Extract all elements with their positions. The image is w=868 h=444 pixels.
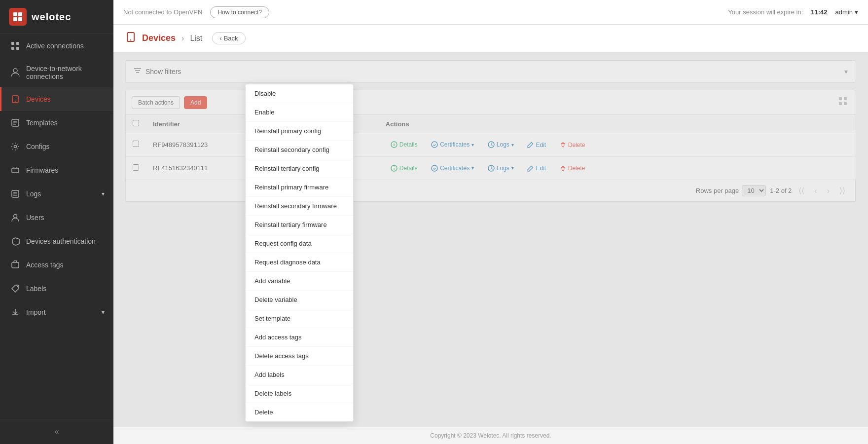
logs-button[interactable]: Logs ▾ <box>483 139 519 150</box>
details-button[interactable]: Details <box>386 139 423 150</box>
svg-point-8 <box>13 69 17 73</box>
access-tags-icon <box>10 260 20 270</box>
sidebar-item-access-tags[interactable]: Access tags <box>0 253 113 277</box>
sidebar-item-label: Import <box>26 308 46 316</box>
svg-rect-6 <box>11 47 14 50</box>
filters-chevron-icon: ▾ <box>844 68 848 75</box>
certificates-button[interactable]: Certificates ▾ <box>426 163 479 174</box>
svg-rect-1 <box>18 12 22 16</box>
sidebar-item-logs[interactable]: Logs ▾ <box>0 182 113 206</box>
row-checkbox-cell <box>126 156 146 180</box>
add-button[interactable]: Add <box>184 96 207 109</box>
logs-button[interactable]: Logs ▾ <box>483 163 519 174</box>
firmwares-icon <box>10 165 20 175</box>
username: admin <box>835 8 853 16</box>
delete-button[interactable]: Delete <box>555 163 590 174</box>
breadcrumb-list: List <box>190 34 202 43</box>
svg-point-41 <box>432 165 437 171</box>
logs-icon <box>10 189 20 199</box>
svg-point-10 <box>15 101 16 102</box>
rows-per-page-select[interactable]: 10 25 50 <box>742 185 766 196</box>
svg-point-23 <box>17 286 18 287</box>
first-page-button[interactable]: ⟨⟨ <box>796 185 807 196</box>
back-button[interactable]: ‹ Back <box>212 32 245 44</box>
dropdown-item-request-diagnose-data[interactable]: Request diagnose data <box>246 253 353 272</box>
devices-header-icon <box>125 32 136 45</box>
dropdown-item-delete[interactable]: Delete <box>246 403 353 421</box>
sidebar-item-firmwares[interactable]: Firmwares <box>0 158 113 182</box>
pagination: Rows per page 10 25 50 1-2 of 2 ⟨⟨ ‹ › ⟩… <box>126 180 856 202</box>
svg-point-21 <box>14 215 17 218</box>
session-label: Your session will expire in: <box>728 8 803 16</box>
edit-button[interactable]: Edit <box>522 140 551 150</box>
batch-actions-dropdown: Disable Enable Reinstall primary config … <box>245 84 354 422</box>
last-page-button[interactable]: ⟩⟩ <box>836 185 848 196</box>
dropdown-item-add-labels[interactable]: Add labels <box>246 366 353 384</box>
sidebar-item-templates[interactable]: Templates <box>0 111 113 135</box>
configs-icon <box>10 142 20 151</box>
dropdown-item-enable[interactable]: Enable <box>246 103 353 122</box>
dropdown-item-reinstall-primary-config[interactable]: Reinstall primary config <box>246 122 353 141</box>
dropdown-item-set-template[interactable]: Set template <box>246 309 353 328</box>
prev-page-button[interactable]: ‹ <box>811 185 820 196</box>
sidebar-item-active-connections[interactable]: Active connections <box>0 34 113 58</box>
filters-bar[interactable]: Show filters ▾ <box>125 60 856 83</box>
import-icon <box>10 307 20 317</box>
devices-icon <box>10 94 20 104</box>
collapse-icon: « <box>55 427 59 436</box>
delete-button[interactable]: Delete <box>555 140 590 150</box>
grid-view-icon[interactable] <box>836 94 850 111</box>
row-select-checkbox[interactable] <box>133 141 139 147</box>
dropdown-item-add-variable[interactable]: Add variable <box>246 272 353 291</box>
sidebar-item-device-to-network[interactable]: Device-to-network connections <box>0 58 113 87</box>
page-header: Devices › List ‹ Back <box>113 25 868 52</box>
sidebar-logo: welotec <box>0 0 113 34</box>
svg-rect-22 <box>12 262 19 268</box>
svg-point-35 <box>394 143 395 144</box>
sidebar-item-labels[interactable]: Labels <box>0 277 113 300</box>
sidebar-item-label: Labels <box>26 285 46 293</box>
filter-icon <box>134 67 142 76</box>
batch-actions-button[interactable]: Batch actions <box>132 96 180 109</box>
certificates-button[interactable]: Certificates ▾ <box>426 139 479 150</box>
sidebar-item-users[interactable]: Users <box>0 206 113 229</box>
dropdown-item-reinstall-secondary-config[interactable]: Reinstall secondary config <box>246 141 353 159</box>
dropdown-item-delete-labels[interactable]: Delete labels <box>246 384 353 403</box>
filters-label: Show filters <box>145 68 840 75</box>
sidebar-item-label: Active connections <box>26 42 84 50</box>
edit-button[interactable]: Edit <box>522 163 551 174</box>
dropdown-item-reinstall-tertiary-config[interactable]: Reinstall tertiary config <box>246 159 353 178</box>
content-area: Show filters ▾ Batch actions Add Identif <box>113 52 868 427</box>
dropdown-item-request-config-data[interactable]: Request config data <box>246 234 353 253</box>
sidebar-item-label: Configs <box>26 143 49 150</box>
dropdown-item-add-access-tags[interactable]: Add access tags <box>246 328 353 347</box>
session-timer: 11:42 <box>811 8 827 16</box>
svg-rect-2 <box>13 17 17 21</box>
next-page-button[interactable]: › <box>824 185 832 196</box>
col-actions: Actions <box>379 115 856 133</box>
sidebar-item-label: Logs <box>26 190 41 198</box>
logs-chevron-icon: ▾ <box>102 190 105 197</box>
dropdown-item-delete-variable[interactable]: Delete variable <box>246 291 353 309</box>
user-chevron-icon: ▾ <box>855 8 858 16</box>
dropdown-item-delete-access-tags[interactable]: Delete access tags <box>246 347 353 366</box>
sidebar-item-label: Devices authentication <box>26 237 96 245</box>
devices-auth-icon <box>10 236 20 246</box>
logo-text: welotec <box>32 11 71 23</box>
details-button[interactable]: Details <box>386 163 423 174</box>
sidebar-item-devices-authentication[interactable]: Devices authentication <box>0 229 113 253</box>
dropdown-item-reinstall-primary-firmware[interactable]: Reinstall primary firmware <box>246 178 353 197</box>
sidebar-item-import[interactable]: Import ▾ <box>0 300 113 324</box>
sidebar-collapse-btn[interactable]: « <box>0 419 113 444</box>
dropdown-item-disable[interactable]: Disable <box>246 84 353 103</box>
row-checkbox-cell <box>126 133 146 157</box>
sidebar-item-devices[interactable]: Devices <box>0 87 113 111</box>
dropdown-item-reinstall-secondary-firmware[interactable]: Reinstall secondary firmware <box>246 197 353 216</box>
how-to-connect-button[interactable]: How to connect? <box>210 6 269 18</box>
row-select-checkbox[interactable] <box>133 164 139 171</box>
user-menu[interactable]: admin ▾ <box>835 8 858 16</box>
dropdown-item-reinstall-tertiary-firmware[interactable]: Reinstall tertiary firmware <box>246 216 353 234</box>
sidebar-item-configs[interactable]: Configs <box>0 135 113 158</box>
table-row: RF4151632340111 No Details Certificates … <box>126 156 856 180</box>
select-all-checkbox[interactable] <box>133 120 139 126</box>
